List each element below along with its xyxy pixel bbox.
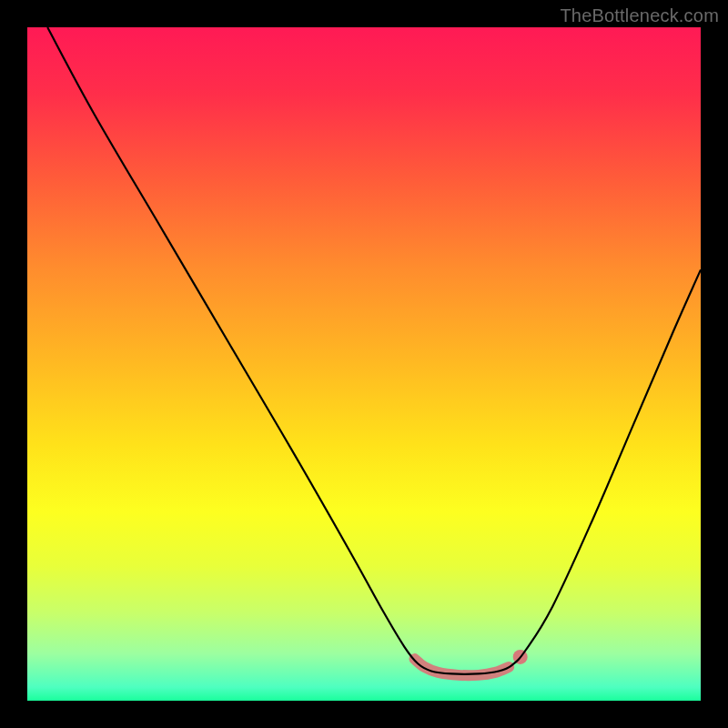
chart-container: TheBottleneck.com [0,0,728,728]
watermark-text: TheBottleneck.com [560,5,719,26]
bottleneck-chart [0,0,728,728]
plot-background [27,27,701,701]
